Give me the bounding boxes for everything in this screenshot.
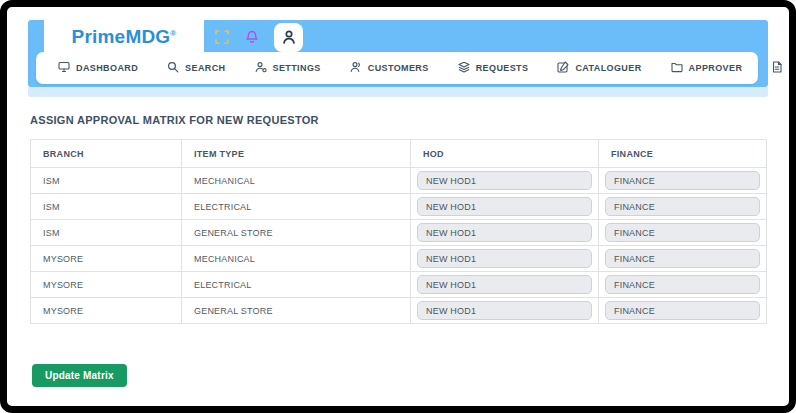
approval-matrix-table: BRANCH ITEM TYPE HOD FINANCE ISM MECHANI… <box>30 139 767 324</box>
main-content: ASSIGN APPROVAL MATRIX FOR NEW REQUESTOR… <box>7 97 789 387</box>
monitor-icon <box>58 59 70 77</box>
folder-icon <box>671 59 683 77</box>
hod-input[interactable] <box>417 171 592 190</box>
branch-cell: ISM <box>31 194 182 220</box>
fullscreen-icon[interactable] <box>214 29 230 45</box>
app-window: PrimeMDG® <box>0 0 796 413</box>
table-row: MYSORE MECHANICAL <box>31 246 767 272</box>
nav-item-settings[interactable]: SETTINGS <box>255 59 321 77</box>
table-row: ISM GENERAL STORE <box>31 220 767 246</box>
nav-label: CATALOGUER <box>575 63 641 73</box>
hod-input[interactable] <box>417 197 592 216</box>
finance-input[interactable] <box>605 171 760 190</box>
column-header-hod: HOD <box>411 140 599 168</box>
brand-name: PrimeMDG® <box>72 26 177 48</box>
column-header-branch: BRANCH <box>31 140 182 168</box>
nav-item-search[interactable]: SEARCH <box>167 59 225 77</box>
file-icon <box>771 59 783 77</box>
branch-cell: MYSORE <box>31 246 182 272</box>
table-row: MYSORE ELECTRICAL <box>31 272 767 298</box>
search-icon <box>167 59 179 77</box>
column-header-finance: FINANCE <box>599 140 767 168</box>
notifications-bell-icon[interactable] <box>244 29 260 45</box>
branch-cell: MYSORE <box>31 272 182 298</box>
item-type-cell: GENERAL STORE <box>182 220 411 246</box>
column-header-item-type: ITEM TYPE <box>182 140 411 168</box>
hod-input[interactable] <box>417 249 592 268</box>
nav-item-requests[interactable]: REQUESTS <box>458 59 529 77</box>
layers-icon <box>458 59 470 77</box>
item-type-cell: ELECTRICAL <box>182 272 411 298</box>
item-type-cell: MECHANICAL <box>182 168 411 194</box>
nav-label: REPORTS <box>789 63 796 73</box>
branch-cell: ISM <box>31 220 182 246</box>
nav-label: SETTINGS <box>273 63 321 73</box>
page-title: ASSIGN APPROVAL MATRIX FOR NEW REQUESTOR <box>30 114 789 126</box>
top-banner: PrimeMDG® <box>28 20 768 87</box>
users-icon <box>350 59 362 77</box>
nav-label: CUSTOMERS <box>368 63 429 73</box>
nav-item-dashboard[interactable]: DASHBOARD <box>58 59 138 77</box>
nav-label: APPROVER <box>689 63 743 73</box>
nav-label: SEARCH <box>185 63 225 73</box>
table-header-row: BRANCH ITEM TYPE HOD FINANCE <box>31 140 767 168</box>
user-profile-icon[interactable] <box>274 23 303 52</box>
edit-icon <box>557 59 569 77</box>
nav-item-approver[interactable]: APPROVER <box>671 59 743 77</box>
finance-input[interactable] <box>605 301 760 320</box>
user-gear-icon <box>255 59 267 77</box>
table-row: ISM MECHANICAL <box>31 168 767 194</box>
nav-label: DASHBOARD <box>76 63 138 73</box>
finance-input[interactable] <box>605 197 760 216</box>
nav-item-reports[interactable]: REPORTS <box>771 59 796 77</box>
hod-input[interactable] <box>417 301 592 320</box>
item-type-cell: MECHANICAL <box>182 246 411 272</box>
branch-cell: ISM <box>31 168 182 194</box>
hod-input[interactable] <box>417 275 592 294</box>
item-type-cell: GENERAL STORE <box>182 298 411 324</box>
branch-cell: MYSORE <box>31 298 182 324</box>
header-actions <box>214 20 303 54</box>
main-navbar: DASHBOARD SEARCH SETTINGS <box>36 52 758 84</box>
finance-input[interactable] <box>605 249 760 268</box>
finance-input[interactable] <box>605 223 760 242</box>
banner-fade-strip <box>28 87 768 97</box>
nav-label: REQUESTS <box>476 63 529 73</box>
table-row: MYSORE GENERAL STORE <box>31 298 767 324</box>
update-matrix-button[interactable]: Update Matrix <box>32 364 127 387</box>
registered-mark: ® <box>170 29 176 38</box>
finance-input[interactable] <box>605 275 760 294</box>
brand-logo: PrimeMDG® <box>44 20 204 54</box>
table-row: ISM ELECTRICAL <box>31 194 767 220</box>
hod-input[interactable] <box>417 223 592 242</box>
nav-item-customers[interactable]: CUSTOMERS <box>350 59 429 77</box>
nav-item-cataloguer[interactable]: CATALOGUER <box>557 59 641 77</box>
item-type-cell: ELECTRICAL <box>182 194 411 220</box>
